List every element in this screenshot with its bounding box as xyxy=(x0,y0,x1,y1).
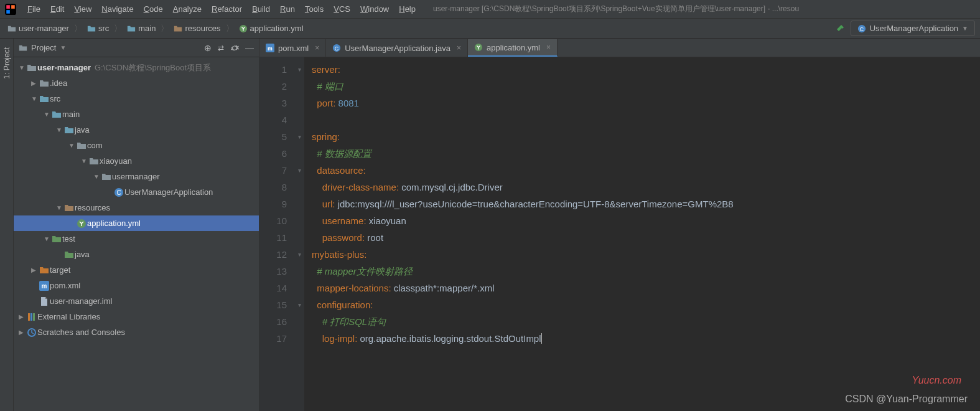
line-gutter: 1234567891011121314151617 xyxy=(259,57,294,411)
crumb-application.yml[interactable]: application.yml xyxy=(236,22,306,34)
menu-edit[interactable]: Edit xyxy=(45,4,69,14)
run-config-selector[interactable]: UserManagerApplication ▼ xyxy=(851,21,975,36)
tab-application.yml[interactable]: application.yml× xyxy=(468,39,558,57)
tree-item-resources[interactable]: ▼resources xyxy=(14,200,259,215)
run-config-label: UserManagerApplication xyxy=(870,24,958,33)
project-tool-tab[interactable]: 1: Project xyxy=(1,44,12,83)
crumb-resources[interactable]: resources xyxy=(171,22,223,34)
intellij-logo-icon xyxy=(5,4,16,15)
tree-item-pom.xml[interactable]: pom.xml xyxy=(14,278,259,293)
menu-build[interactable]: Build xyxy=(247,4,275,14)
code-content[interactable]: server: # 端口 port: 8081 spring: # 数据源配置 … xyxy=(304,57,980,411)
panel-title: Project xyxy=(31,43,56,52)
tree-item-main[interactable]: ▼main xyxy=(14,106,259,122)
run-config-icon xyxy=(857,24,866,33)
editor-area: pom.xml×UserManagerApplication.java×appl… xyxy=(259,39,980,411)
crumb-src[interactable]: src xyxy=(85,22,111,34)
gear-icon[interactable] xyxy=(230,44,239,52)
crumb-main[interactable]: main xyxy=(124,22,158,34)
close-icon[interactable]: × xyxy=(546,43,551,52)
menu-window[interactable]: Window xyxy=(355,4,394,14)
expand-all-icon[interactable]: ⇄ xyxy=(218,44,224,52)
code-editor[interactable]: 1234567891011121314151617 ▾▾▾▾▾ server: … xyxy=(259,57,980,411)
project-tree[interactable]: ▼user-managerG:\CSDN教程\SpringBoot项目系▶.id… xyxy=(14,57,259,411)
tree-item-application.yml[interactable]: application.yml xyxy=(14,215,259,231)
menu-bar: FileEditViewNavigateCodeAnalyzeRefactorB… xyxy=(0,0,980,19)
menu-navigate[interactable]: Navigate xyxy=(96,4,138,14)
tree-item-java[interactable]: ▼java xyxy=(14,122,259,138)
tree-item-src[interactable]: ▼src xyxy=(14,91,259,106)
menu-analyze[interactable]: Analyze xyxy=(168,4,207,14)
select-opened-file-icon[interactable]: ⊕ xyxy=(204,43,212,53)
tree-item-user-manager.iml[interactable]: user-manager.iml xyxy=(14,293,259,309)
tree-item-test[interactable]: ▼test xyxy=(14,231,259,247)
menu-view[interactable]: View xyxy=(69,4,96,14)
tab-UserManagerApplication.java[interactable]: UserManagerApplication.java× xyxy=(326,39,468,57)
project-view-icon xyxy=(19,44,27,52)
tab-pom.xml[interactable]: pom.xml× xyxy=(259,39,326,57)
tool-window-bar: 1: Project xyxy=(0,39,14,411)
tree-item-xiaoyuan[interactable]: ▼xiaoyuan xyxy=(14,153,259,169)
chevron-down-icon: ▼ xyxy=(962,25,968,32)
tree-item-Scratches and Consoles[interactable]: ▶Scratches and Consoles xyxy=(14,324,259,340)
hide-icon[interactable]: — xyxy=(245,43,254,53)
tree-item-External Libraries[interactable]: ▶External Libraries xyxy=(14,309,259,324)
breadcrumb: user-manager〉src〉main〉resources〉applicat… xyxy=(5,22,306,34)
tree-item-target[interactable]: ▶target xyxy=(14,262,259,278)
close-icon[interactable]: × xyxy=(457,44,461,52)
tree-item-usermanager[interactable]: ▼usermanager xyxy=(14,169,259,184)
window-title: user-manager [G:\CSDN教程\SpringBoot项目系列\S… xyxy=(433,4,799,14)
menu-tools[interactable]: Tools xyxy=(300,4,329,14)
menu-refactor[interactable]: Refactor xyxy=(207,4,247,14)
tree-item-UserManagerApplication[interactable]: UserManagerApplication xyxy=(14,184,259,200)
menu-run[interactable]: Run xyxy=(275,4,300,14)
menu-help[interactable]: Help xyxy=(394,4,421,14)
build-icon[interactable] xyxy=(836,24,846,34)
tree-item-com[interactable]: ▼com xyxy=(14,138,259,153)
tree-item-user-manager[interactable]: ▼user-managerG:\CSDN教程\SpringBoot项目系 xyxy=(14,60,259,75)
menu-vcs[interactable]: VCS xyxy=(329,4,355,14)
project-panel: Project ▼ ⊕ ⇄ — ▼user-managerG:\CSDN教程\S… xyxy=(14,39,259,411)
watermark-site: Yuucn.com xyxy=(912,375,961,386)
menu-file[interactable]: File xyxy=(22,4,45,14)
close-icon[interactable]: × xyxy=(315,44,319,52)
editor-tabs: pom.xml×UserManagerApplication.java×appl… xyxy=(259,39,980,57)
tree-item-.idea[interactable]: ▶.idea xyxy=(14,75,259,91)
crumb-user-manager[interactable]: user-manager xyxy=(5,22,72,34)
navigation-bar: user-manager〉src〉main〉resources〉applicat… xyxy=(0,19,980,39)
watermark-author: CSDN @Yuan-Programmer xyxy=(845,394,968,405)
chevron-down-icon[interactable]: ▼ xyxy=(60,44,66,51)
fold-gutter[interactable]: ▾▾▾▾▾ xyxy=(294,57,304,411)
tree-item-java[interactable]: java xyxy=(14,247,259,262)
menu-code[interactable]: Code xyxy=(139,4,168,14)
